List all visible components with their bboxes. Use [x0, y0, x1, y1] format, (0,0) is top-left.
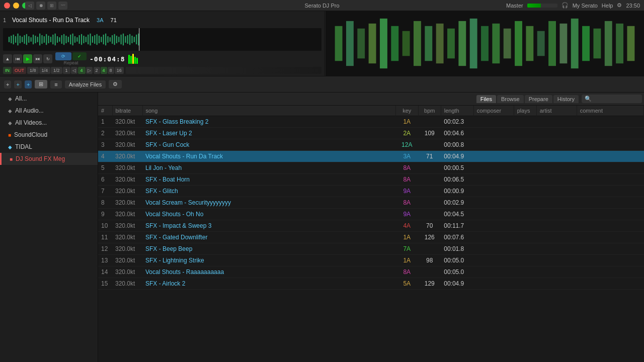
col-header-plays[interactable]: plays: [514, 106, 536, 116]
loop-btn[interactable]: ↻: [43, 54, 52, 63]
svg-rect-19: [48, 36, 49, 43]
track-length-12: 00:05.0: [441, 255, 473, 266]
table-row[interactable]: 3 320.0kt SFX - Gun Cock 12A 00:00.8: [98, 139, 644, 151]
prev-btn[interactable]: ⏮: [13, 54, 22, 63]
analyze-files-btn[interactable]: Analyze Files: [65, 80, 106, 88]
play-btn[interactable]: ▶: [23, 54, 32, 63]
svg-rect-72: [436, 24, 444, 63]
table-row[interactable]: 2 320.0kt SFX - Laser Up 2 2A 109 00:04.…: [98, 128, 644, 139]
loop-nav-left[interactable]: ◁: [71, 67, 77, 74]
tab-history[interactable]: History: [553, 95, 579, 103]
svg-rect-40: [94, 35, 95, 44]
table-row[interactable]: 9 320.0kt Vocal Shouts - Oh No 9A 00:04.…: [98, 209, 644, 220]
svg-rect-50: [116, 36, 117, 43]
loop-size-4[interactable]: 4: [101, 67, 107, 74]
col-header-song[interactable]: song: [142, 106, 395, 116]
loop-green-btn[interactable]: ✓: [72, 52, 87, 60]
my-serato[interactable]: My Serato: [573, 3, 598, 9]
out-btn[interactable]: OUT: [13, 67, 26, 74]
loop-size-8[interactable]: 8: [108, 67, 114, 74]
track-bitrate-13: 320.0kt: [112, 266, 142, 278]
track-key-0: 1A: [395, 116, 418, 128]
track-song-12: SFX - Lightning Strike: [142, 255, 395, 266]
track-key-14: 5A: [395, 278, 418, 290]
tab-prepare[interactable]: Prepare: [525, 95, 552, 103]
add-track-btn[interactable]: +: [4, 80, 11, 88]
track-plays-12: [514, 255, 536, 266]
loop-nav-right[interactable]: ▷: [86, 67, 93, 74]
loop-size-2[interactable]: 2: [94, 67, 100, 74]
loop-1-4-btn[interactable]: 1/4: [39, 67, 51, 74]
sidebar-item-dj-sound[interactable]: ■ DJ Sound FX Meg: [0, 153, 98, 165]
loop-size-16[interactable]: 16: [115, 67, 124, 74]
col-header-bitrate[interactable]: bitrate: [112, 106, 142, 116]
repeat-label: Repeat: [63, 60, 78, 65]
table-row[interactable]: 1 320.0kt SFX - Glass Breaking 2 1A 00:0…: [98, 116, 644, 128]
track-artist-4: [536, 162, 577, 174]
loop-4-btn[interactable]: 4: [78, 67, 86, 74]
track-composer-13: [473, 266, 514, 278]
track-key-2: 12A: [395, 139, 418, 151]
table-row[interactable]: 7 320.0kt SFX - Glitch 9A 00:00.9: [98, 186, 644, 197]
loop-active-btn[interactable]: ⟳: [55, 52, 71, 60]
search-input[interactable]: [594, 96, 639, 102]
sidebar-item-all-audio[interactable]: ◆ All Audio...: [0, 105, 98, 117]
help-btn[interactable]: Help: [602, 3, 613, 9]
table-row[interactable]: 12 320.0kt SFX - Beep Beep 7A 00:01.8: [98, 243, 644, 255]
table-row[interactable]: 13 320.0kt SFX - Lightning Strike 1A 98 …: [98, 255, 644, 266]
track-key-4: 8A: [395, 162, 418, 174]
close-button[interactable]: [4, 3, 10, 9]
list-view-btn[interactable]: ≡: [50, 80, 61, 88]
col-header-comment[interactable]: comment: [577, 106, 643, 116]
table-row[interactable]: 14 320.0kt Vocal Shouts - Raaaaaaaaaa 8A…: [98, 266, 644, 278]
svg-rect-43: [101, 37, 102, 42]
toolbar-settings-btn[interactable]: ⚙: [109, 80, 122, 88]
col-header-artist[interactable]: artist: [536, 106, 577, 116]
svg-rect-13: [35, 36, 36, 43]
back-icon[interactable]: ◁: [25, 2, 34, 10]
svg-rect-3: [13, 35, 14, 44]
col-header-key[interactable]: key: [395, 106, 418, 116]
table-row[interactable]: 15 320.0kt SFX - Airlock 2 5A 129 00:04.…: [98, 278, 644, 290]
track-song-6: SFX - Glitch: [142, 186, 395, 197]
col-header-length[interactable]: length: [441, 106, 473, 116]
next-btn[interactable]: ⏭: [33, 54, 42, 63]
wave-icon[interactable]: 〰: [58, 2, 67, 10]
record-icon[interactable]: ⏺: [36, 2, 45, 10]
track-bitrate-5: 320.0kt: [112, 174, 142, 186]
in-btn[interactable]: IN: [3, 67, 12, 74]
loop-1-2-btn[interactable]: 1/2: [51, 67, 62, 74]
table-row[interactable]: 6 320.0kt SFX - Boat Horn 8A 00:06.5: [98, 174, 644, 186]
table-row[interactable]: 4 320.0kt Vocal Shouts - Run Da Track 3A…: [98, 151, 644, 162]
track-artist-13: [536, 266, 577, 278]
col-header-bpm[interactable]: bpm: [418, 106, 441, 116]
sidebar-item-all[interactable]: ◆ All...: [0, 93, 98, 105]
table-row[interactable]: 11 320.0kt SFX - Gated Downlifter 1A 126…: [98, 232, 644, 243]
tab-browse[interactable]: Browse: [497, 95, 524, 103]
svg-rect-45: [105, 34, 106, 46]
table-row[interactable]: 10 320.0kt SFX - Impact & Sweep 3 4A 70 …: [98, 220, 644, 232]
tempo-up-btn[interactable]: ▲: [3, 54, 12, 63]
col-header-num[interactable]: #: [98, 106, 112, 116]
settings-icon[interactable]: ⊞: [47, 2, 56, 10]
svg-rect-37: [88, 35, 89, 44]
add-folder-btn[interactable]: +: [25, 80, 32, 88]
deck-left: 1 Vocal Shouts - Run Da Track 3A 71: [0, 11, 325, 76]
settings-gear-icon[interactable]: ⚙: [617, 2, 622, 9]
track-composer-8: [473, 209, 514, 220]
table-row[interactable]: 5 320.0kt Lil Jon - Yeah 8A 00:00.5: [98, 162, 644, 174]
sidebar-item-tidal[interactable]: ◆ TIDAL: [0, 141, 98, 153]
sidebar-item-all-videos[interactable]: ◆ All Videos...: [0, 117, 98, 129]
track-bpm-10: 126: [418, 232, 441, 243]
sidebar-item-soundcloud[interactable]: ■ SoundCloud: [0, 129, 98, 141]
col-header-composer[interactable]: composer: [473, 106, 514, 116]
add-playlist-btn[interactable]: +: [14, 80, 21, 88]
loop-1-8-btn[interactable]: 1/8: [27, 67, 39, 74]
minimize-button[interactable]: [13, 3, 19, 9]
track-key-7: 8A: [395, 197, 418, 209]
loop-1-btn[interactable]: 1: [63, 67, 70, 74]
search-box[interactable]: 🔍: [582, 95, 642, 103]
grid-view-btn[interactable]: ⊞: [35, 80, 47, 88]
tab-files[interactable]: Files: [476, 95, 496, 103]
table-row[interactable]: 8 320.0kt Vocal Scream - Securityyyyyyyy…: [98, 197, 644, 209]
